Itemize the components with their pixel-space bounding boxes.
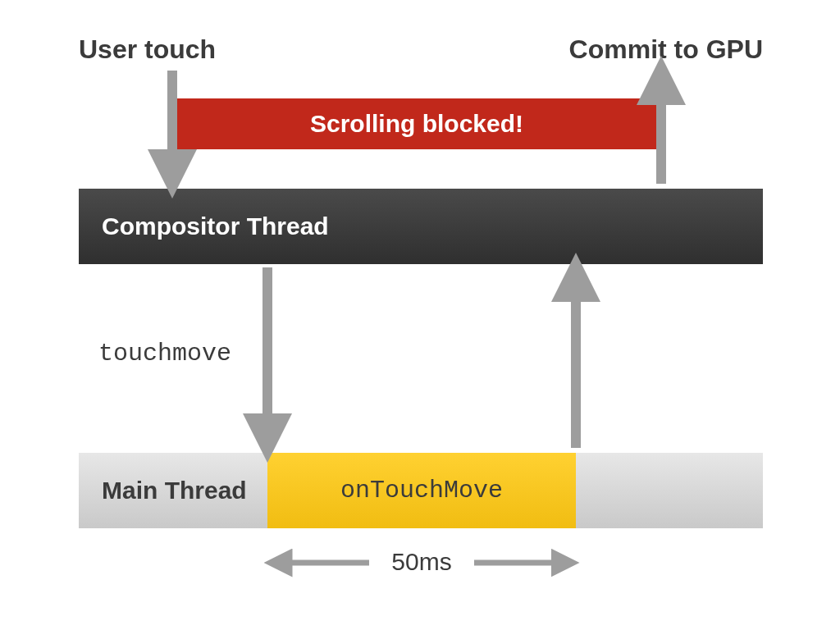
diagram-stage: User touch Commit to GPU Scrolling block… [0, 0, 840, 630]
label-duration: 50ms [372, 548, 471, 576]
banner-text: Scrolling blocked! [310, 110, 523, 138]
label-commit-gpu: Commit to GPU [569, 34, 763, 65]
segment-on-touch-move-label: onTouchMove [340, 477, 503, 504]
bar-main-thread: Main Thread onTouchMove [79, 453, 763, 528]
bar-compositor-thread: Compositor Thread [79, 189, 763, 264]
segment-on-touch-move: onTouchMove [267, 453, 576, 528]
bar-main-label: Main Thread [102, 477, 247, 504]
banner-scrolling-blocked: Scrolling blocked! [172, 98, 661, 149]
bar-compositor-label: Compositor Thread [102, 212, 329, 240]
label-user-touch: User touch [79, 34, 216, 65]
arrows-layer [0, 0, 840, 630]
label-touchmove: touchmove [98, 340, 231, 368]
